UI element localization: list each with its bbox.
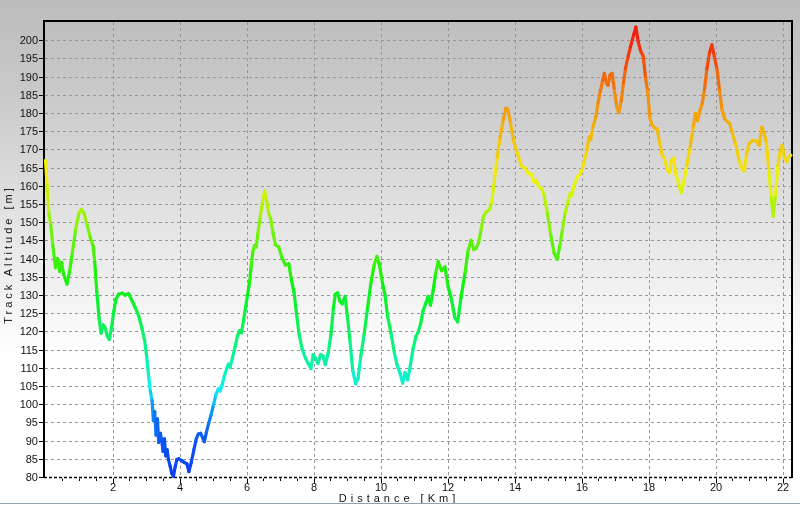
x-tick-label: 20 [696,481,736,493]
x-tick-label: 4 [160,481,200,493]
y-tick-label: 85 [0,453,38,465]
y-tick-label: 190 [0,71,38,83]
y-tick-label: 165 [0,162,38,174]
x-tick-label: 18 [629,481,669,493]
y-tick-label: 175 [0,125,38,137]
y-tick-label: 145 [0,234,38,246]
bottom-divider [0,503,800,504]
x-tick-label: 10 [361,481,401,493]
y-tick-label: 160 [0,180,38,192]
y-tick-label: 195 [0,52,38,64]
x-tick-label: 14 [495,481,535,493]
y-tick-label: 180 [0,107,38,119]
y-tick-label: 150 [0,216,38,228]
y-tick-label: 200 [0,34,38,46]
y-tick-label: 140 [0,253,38,265]
y-tick-label: 135 [0,271,38,283]
y-tick-label: 120 [0,325,38,337]
x-tick-label: 22 [763,481,800,493]
y-tick-label: 110 [0,362,38,374]
elevation-profile-window: Track Altitude [m] Distance [Km] 8085909… [0,0,800,509]
x-tick-label: 6 [227,481,267,493]
y-tick-label: 115 [0,344,38,356]
y-tick-label: 130 [0,289,38,301]
elevation-profile-plot[interactable] [0,0,800,509]
y-tick-label: 105 [0,380,38,392]
x-tick-label: 12 [428,481,468,493]
y-tick-label: 100 [0,398,38,410]
y-tick-label: 170 [0,143,38,155]
y-tick-label: 90 [0,435,38,447]
y-tick-label: 80 [0,471,38,483]
x-tick-label: 8 [294,481,334,493]
y-tick-label: 95 [0,416,38,428]
y-tick-label: 125 [0,307,38,319]
y-tick-label: 155 [0,198,38,210]
x-tick-label: 2 [93,481,133,493]
y-tick-label: 185 [0,89,38,101]
x-tick-label: 16 [562,481,602,493]
